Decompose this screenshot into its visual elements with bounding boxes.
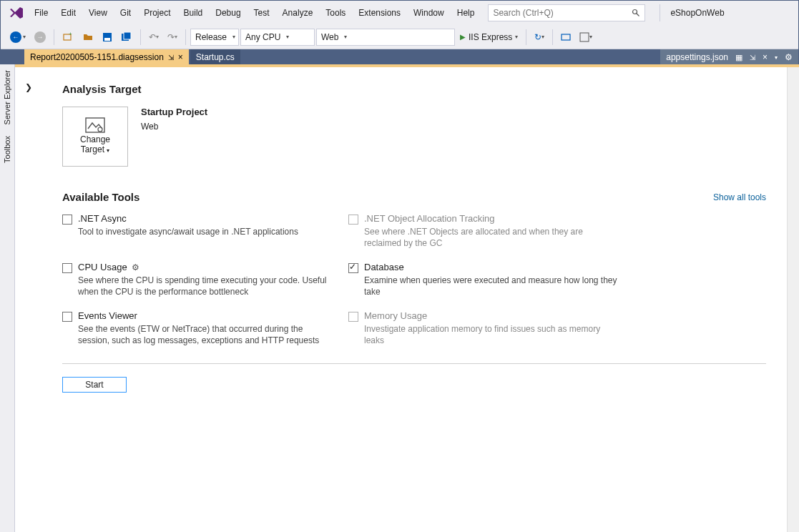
menu-file[interactable]: File bbox=[28, 1, 54, 25]
tool-net-allocation: .NET Object Allocation Tracking See wher… bbox=[348, 213, 620, 249]
tool-database[interactable]: Database Examine when queries were execu… bbox=[348, 262, 620, 297]
collapse-icon[interactable]: ❯ bbox=[25, 82, 32, 92]
toolbar-separator bbox=[185, 29, 186, 45]
open-file-button[interactable] bbox=[79, 29, 97, 46]
menu-extensions[interactable]: Extensions bbox=[352, 1, 407, 25]
solution-platform-combo[interactable]: Any CPU▾ bbox=[240, 29, 315, 46]
menu-git[interactable]: Git bbox=[114, 1, 137, 25]
save-button[interactable] bbox=[99, 29, 116, 46]
menu-window[interactable]: Window bbox=[407, 1, 451, 25]
tool-desc: See where the CPU is spending time execu… bbox=[78, 275, 334, 297]
analysis-target-heading: Analysis Target bbox=[62, 83, 766, 95]
tool-title: Memory Usage bbox=[364, 310, 620, 321]
solution-config-combo[interactable]: Release▾ bbox=[190, 29, 239, 46]
svg-point-11 bbox=[98, 127, 102, 132]
preview-tab-well: appsettings.json ▦ ⇲ × ▾ ⚙ bbox=[660, 49, 798, 65]
menu-view[interactable]: View bbox=[82, 1, 114, 25]
tool-title: .NET Async bbox=[78, 213, 334, 224]
divider bbox=[62, 363, 766, 364]
promote-icon[interactable]: ▦ bbox=[735, 53, 742, 62]
checkbox-events-viewer[interactable] bbox=[62, 312, 72, 322]
checkbox-cpu-usage[interactable] bbox=[62, 263, 72, 273]
standard-toolbar: ←▾ → + ↶ ▾ ↷ ▾ Release▾ Any CPU▾ Web▾ ▶I… bbox=[1, 25, 798, 49]
tab-appsettings[interactable]: appsettings.json bbox=[666, 52, 728, 62]
checkbox-net-async[interactable] bbox=[62, 215, 72, 225]
svg-rect-8 bbox=[562, 34, 570, 40]
svg-rect-9 bbox=[580, 33, 589, 41]
target-title: Startup Project bbox=[141, 107, 207, 117]
start-debug-button[interactable]: ▶IIS Express▾ bbox=[456, 29, 521, 46]
available-tools-heading: Available Tools bbox=[62, 191, 139, 203]
target-info: Startup Project Web bbox=[141, 107, 207, 132]
tool-desc: Examine when queries were executed and m… bbox=[364, 275, 620, 297]
tool-title: Database bbox=[364, 262, 620, 272]
svg-line-1 bbox=[637, 14, 639, 16]
nav-back-button[interactable]: ←▾ bbox=[6, 29, 29, 46]
menu-test[interactable]: Test bbox=[247, 1, 276, 25]
menu-debug[interactable]: Debug bbox=[209, 1, 247, 25]
checkbox-memory-usage bbox=[348, 312, 358, 322]
start-button[interactable]: Start bbox=[62, 377, 127, 393]
nav-forward-button[interactable]: → bbox=[31, 29, 49, 46]
solution-name[interactable]: eShopOnWeb bbox=[660, 4, 734, 21]
menu-build[interactable]: Build bbox=[177, 1, 210, 25]
menu-bar: File Edit View Git Project Build Debug T… bbox=[1, 1, 798, 25]
redo-button[interactable]: ↷ ▾ bbox=[164, 29, 181, 46]
svg-rect-7 bbox=[124, 32, 131, 39]
tool-title: .NET Object Allocation Tracking bbox=[364, 213, 620, 224]
undo-button[interactable]: ↶ ▾ bbox=[145, 29, 162, 46]
startup-project-combo[interactable]: Web▾ bbox=[316, 29, 455, 46]
menu-edit[interactable]: Edit bbox=[54, 1, 82, 25]
quick-search[interactable] bbox=[488, 4, 645, 21]
menu-project[interactable]: Project bbox=[137, 1, 177, 25]
svg-rect-5 bbox=[104, 38, 110, 41]
svg-rect-10 bbox=[86, 118, 104, 132]
extra-button[interactable]: ▾ bbox=[576, 29, 596, 46]
left-gutter bbox=[1, 49, 16, 65]
tab-label: Report20200505-1151.diagsession bbox=[30, 52, 164, 62]
change-target-button[interactable]: Change Target ▾ bbox=[62, 107, 128, 167]
pin-icon[interactable]: ⇲ bbox=[750, 54, 755, 61]
work-area: Server Explorer Toolbox ❯ Analysis Targe… bbox=[0, 64, 799, 532]
menu-help[interactable]: Help bbox=[451, 1, 481, 25]
tab-label: Startup.cs bbox=[196, 52, 235, 62]
tab-diagsession[interactable]: Report20200505-1151.diagsession ⇲ × bbox=[24, 49, 189, 65]
dropdown-icon[interactable]: ▾ bbox=[775, 54, 778, 61]
toolbox-tab[interactable]: Toolbox bbox=[1, 130, 13, 169]
change-target-label: Change Target ▾ bbox=[80, 134, 110, 156]
gear-icon[interactable]: ⚙ bbox=[132, 262, 139, 272]
menu-tools[interactable]: Tools bbox=[319, 1, 352, 25]
new-project-button[interactable]: + bbox=[59, 29, 77, 46]
toolbar-separator bbox=[526, 29, 526, 45]
close-icon[interactable]: × bbox=[763, 52, 768, 62]
save-all-button[interactable] bbox=[117, 29, 136, 46]
left-side-rail: Server Explorer Toolbox bbox=[0, 64, 15, 532]
tool-events-viewer[interactable]: Events Viewer See the events (ETW or Net… bbox=[62, 310, 334, 346]
gear-icon[interactable]: ⚙ bbox=[785, 52, 793, 62]
menu-items: File Edit View Git Project Build Debug T… bbox=[28, 1, 481, 25]
browser-refresh-button[interactable]: ↻ ▾ bbox=[531, 29, 548, 46]
quick-search-input[interactable] bbox=[493, 8, 632, 18]
search-icon bbox=[632, 9, 640, 17]
tab-startup-cs[interactable]: Startup.cs bbox=[190, 49, 240, 65]
tool-title: CPU Usage⚙ bbox=[78, 262, 334, 272]
target-image-icon bbox=[85, 117, 105, 133]
tool-desc: See where .NET Objects are allocated and… bbox=[364, 226, 620, 249]
browser-link-button[interactable] bbox=[557, 29, 574, 46]
server-explorer-tab[interactable]: Server Explorer bbox=[1, 64, 13, 130]
tool-memory-usage: Memory Usage Investigate application mem… bbox=[348, 310, 620, 346]
vs-logo-icon bbox=[5, 4, 28, 21]
pin-icon[interactable]: ⇲ bbox=[168, 54, 174, 61]
tool-desc: Investigate application memory to find i… bbox=[364, 323, 620, 346]
close-icon[interactable]: × bbox=[178, 52, 183, 62]
toolbar-separator bbox=[552, 29, 553, 45]
toolbar-separator bbox=[54, 29, 54, 45]
menu-analyze[interactable]: Analyze bbox=[276, 1, 320, 25]
tool-net-async[interactable]: .NET Async Tool to investigate async/awa… bbox=[62, 213, 334, 249]
document-tab-well: Report20200505-1151.diagsession ⇲ × Star… bbox=[1, 49, 798, 65]
checkbox-net-allocation bbox=[348, 215, 358, 225]
target-value: Web bbox=[141, 122, 207, 132]
tool-cpu-usage[interactable]: CPU Usage⚙ See where the CPU is spending… bbox=[62, 262, 334, 297]
checkbox-database[interactable] bbox=[348, 263, 358, 273]
show-all-tools-link[interactable]: Show all tools bbox=[713, 192, 766, 202]
